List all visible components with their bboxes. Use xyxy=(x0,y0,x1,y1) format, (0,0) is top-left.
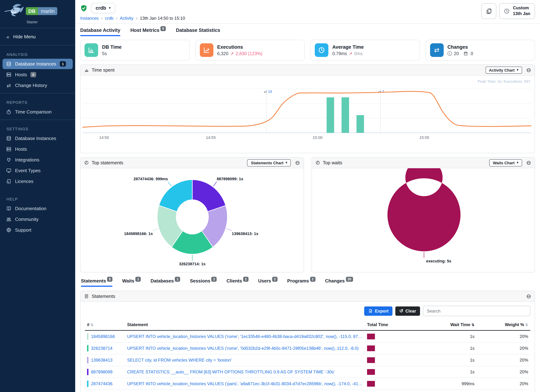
tab-database-statistics[interactable]: Database Statistics xyxy=(176,28,220,36)
top-header: crdb ▾ Instances›crdb›Activity›13th Jan … xyxy=(75,0,540,24)
sidebar-item-integrations[interactable]: Integrations xyxy=(3,155,73,165)
table-row: 287474436UPSERT INTO vehicle_location_hi… xyxy=(85,378,530,390)
search-input[interactable] xyxy=(423,306,530,316)
detail-tab-programs[interactable]: Programs2 xyxy=(287,278,315,287)
sidebar-item-label: Licences xyxy=(15,179,34,184)
statement-link[interactable]: UPSERT INTO vehicle_location_histories V… xyxy=(127,381,363,386)
breadcrumb-separator: › xyxy=(136,16,137,21)
sidebar-divider xyxy=(0,28,75,28)
statement-id-link[interactable]: 139638413 xyxy=(91,358,112,363)
statement-id-link[interactable]: 1845898166 xyxy=(91,334,115,339)
sidebar-item-change-history[interactable]: ⇄Change History xyxy=(3,80,73,91)
sidebar-divider xyxy=(0,119,75,120)
detail-tab-databases[interactable]: Databases1 xyxy=(150,278,180,287)
sidebar-item-database-instances[interactable]: Database Instances1 xyxy=(3,59,73,69)
statements-chart-select[interactable]: Statements Chart ▾ xyxy=(247,159,291,166)
breadcrumb-current: 13th Jan 14:50 to 15:10 xyxy=(140,16,185,21)
sidebar-item-documentation[interactable]: Documentation xyxy=(3,203,73,214)
kpi-body: Average Time0.79ms↗0ms xyxy=(332,44,364,56)
collapse-panel-icon[interactable]: ⊖ xyxy=(295,160,300,166)
statement-id-link[interactable]: 287474436 xyxy=(91,381,112,386)
statement-id[interactable]: 1845898166 xyxy=(87,333,123,340)
detail-tab-statements[interactable]: Statements5 xyxy=(81,278,112,287)
column-header--[interactable]: #⇅ xyxy=(85,319,125,330)
sidebar-item-database-instances[interactable]: Database Instances xyxy=(3,133,73,144)
breadcrumb-separator: › xyxy=(101,16,103,21)
stopwatch-icon xyxy=(6,109,11,114)
export-button[interactable]: Export xyxy=(364,306,392,316)
database-icon xyxy=(6,61,11,67)
statement-id[interactable]: 287474436 xyxy=(87,381,123,387)
sidebar-item-licences[interactable]: Licences xyxy=(3,176,73,187)
detail-tab-clients[interactable]: Clients2 xyxy=(226,278,249,287)
time-range-button[interactable]: Custom 13th Jan xyxy=(499,3,535,19)
detail-tab-sessions[interactable]: Sessions2 xyxy=(190,278,217,287)
people-icon xyxy=(6,217,11,222)
collapse-panel-icon[interactable]: ⊖ xyxy=(526,67,531,73)
breadcrumb-link[interactable]: Instances xyxy=(80,16,99,21)
sidebar-item-support[interactable]: Support xyxy=(3,225,73,235)
tab-label: Host Metrics xyxy=(130,28,159,33)
time-spent-title: Time spent xyxy=(92,67,115,73)
detail-tab-users[interactable]: Users2 xyxy=(258,278,278,287)
svg-text:887898099: 1s: 887898099: 1s xyxy=(217,177,243,181)
sidebar-item-time-comparison[interactable]: Time Comparison xyxy=(3,107,73,117)
statement-link[interactable]: UPSERT INTO vehicle_location_histories V… xyxy=(127,334,363,339)
pie-chart-icon xyxy=(84,160,89,165)
sidebar-item-community[interactable]: Community xyxy=(3,214,73,224)
clear-button[interactable]: ↺ Clear xyxy=(395,306,420,316)
statement-link[interactable]: CREATE STATISTICS __auto__ FROM [63] WIT… xyxy=(127,369,363,374)
tab-database-activity[interactable]: Database Activity xyxy=(80,28,120,36)
statement-cell: SELECT city, id FROM vehicles WHERE city… xyxy=(125,354,365,366)
tab-badge: 2 xyxy=(211,277,217,282)
sidebar-item-event-types[interactable]: Event Types xyxy=(3,165,73,176)
tab-badge: 2 xyxy=(243,277,249,282)
column-header-total-time[interactable]: Total Time xyxy=(365,319,405,330)
statement-link[interactable]: SELECT city, id FROM vehicles WHERE city… xyxy=(127,358,363,363)
tab-label: Database Statistics xyxy=(176,28,220,33)
statement-link[interactable]: UPSERT INTO vehicle_location_histories V… xyxy=(127,346,363,351)
sidebar-item-label: Community xyxy=(15,217,39,222)
statement-id[interactable]: 326238714 xyxy=(87,345,123,352)
collapse-panel-icon[interactable]: ⊖ xyxy=(526,160,531,166)
statement-id-link[interactable]: 326238714 xyxy=(91,346,112,351)
table-header-row: #⇅StatementTotal TimeWait Time⇅Weight %⇅ xyxy=(85,319,530,330)
breadcrumb-link[interactable]: Activity xyxy=(120,16,133,21)
breadcrumb-link[interactable]: crdb xyxy=(105,16,114,21)
instance-selector[interactable]: crdb ▾ xyxy=(91,3,115,13)
column-header-weight-[interactable]: Weight %⇅ xyxy=(477,319,530,330)
column-label: Statement xyxy=(127,322,148,327)
kpi-value: ⓘ200 xyxy=(447,51,473,56)
activity-chart-select[interactable]: Activity Chart ▾ xyxy=(485,66,522,74)
column-header-statement[interactable]: Statement xyxy=(125,319,365,330)
hide-menu-button[interactable]: « Hide Menu xyxy=(0,31,75,43)
kpi-card-executions: Executions6,320↗2,830 (123%) xyxy=(195,40,305,60)
trend-up-icon: ↗ xyxy=(349,51,352,56)
database-icon xyxy=(6,136,11,141)
chevron-down-icon: ▾ xyxy=(285,161,287,164)
statement-id[interactable]: 139638413 xyxy=(87,357,123,363)
detail-tab-changes[interactable]: Changes20 xyxy=(325,278,353,287)
sidebar-item-label: Hosts xyxy=(15,146,27,152)
total-time-cell xyxy=(365,342,405,354)
id-cell: 139638413 xyxy=(85,354,125,366)
tab-host-metrics[interactable]: Host Metrics0 xyxy=(130,28,166,36)
weight-cell: 20% xyxy=(477,378,530,390)
detail-tab-waits[interactable]: Waits1 xyxy=(122,278,141,287)
sort-icon: ⇅ xyxy=(471,323,475,327)
sort-icon: ⇅ xyxy=(90,323,94,327)
column-header-wait-time[interactable]: Wait Time⇅ xyxy=(405,319,477,330)
trend-up-icon: ↗ xyxy=(230,51,234,56)
waits-chart-select[interactable]: Waits Chart ▾ xyxy=(489,159,522,166)
tab-label: Waits xyxy=(122,278,134,283)
sidebar-item-hosts[interactable]: Hosts0 xyxy=(3,69,73,80)
kpi-value: 0.79ms↗0ms xyxy=(332,51,364,56)
wait-time-cell: 1s xyxy=(405,366,477,378)
collapse-panel-icon[interactable]: ⊖ xyxy=(526,293,531,299)
kpi-calendar-count: 0 xyxy=(471,51,473,56)
color-chip xyxy=(87,369,88,375)
copy-link-button[interactable] xyxy=(481,3,496,19)
statement-id[interactable]: 887898099 xyxy=(87,369,123,375)
sidebar-item-hosts[interactable]: Hosts xyxy=(3,144,73,154)
statement-id-link[interactable]: 887898099 xyxy=(91,369,112,374)
